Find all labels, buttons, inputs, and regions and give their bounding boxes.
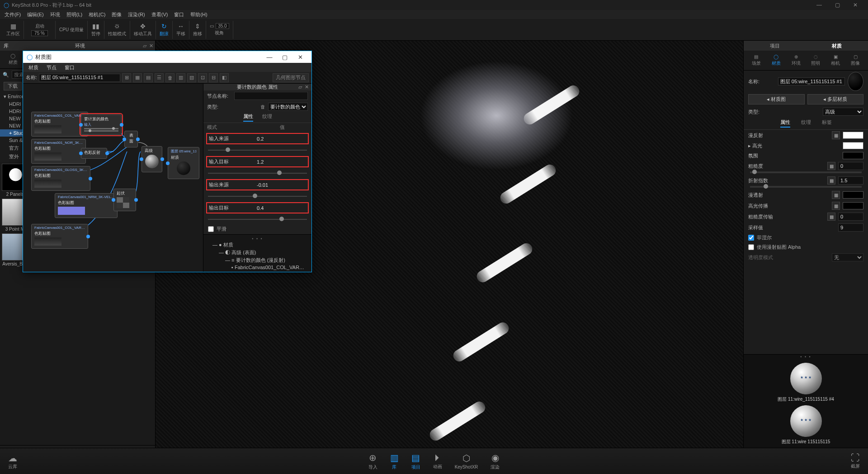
- graph-node-texture[interactable]: FabricCanvas001_NOR_3K…色彩贴图: [31, 139, 86, 164]
- ambient-color[interactable]: [843, 152, 863, 159]
- dmenu-node[interactable]: 节点: [43, 63, 60, 72]
- multi-material-button[interactable]: ◂ 多层材质: [807, 94, 864, 104]
- popout-icon[interactable]: ▱: [143, 43, 146, 49]
- graph-node-surface[interactable]: 表面: [124, 131, 138, 147]
- menu-help[interactable]: 帮助(H): [188, 10, 210, 19]
- dialog-maximize[interactable]: ▢: [277, 54, 292, 61]
- node-graph-canvas[interactable]: FabricCanvas001_COL_VAR…色彩贴图 要计算的颜色输入 表面…: [23, 84, 203, 272]
- input-from-value[interactable]: [257, 136, 284, 142]
- ri-camera[interactable]: ▣相机: [831, 54, 840, 66]
- tb-move[interactable]: ✥移动工具: [130, 21, 156, 39]
- bb-anim[interactable]: ⏵动画: [433, 452, 442, 470]
- ri-material[interactable]: ◯材质: [772, 54, 781, 66]
- ri-light[interactable]: ◌照明: [811, 54, 820, 66]
- tool-icon[interactable]: ▦: [133, 73, 142, 82]
- dmenu-material[interactable]: 材质: [25, 63, 42, 72]
- output-to-value[interactable]: [257, 205, 284, 211]
- ri-scene[interactable]: ▤场景: [752, 54, 761, 66]
- close-icon[interactable]: ✕: [149, 43, 153, 49]
- menu-view[interactable]: 查看(V): [149, 10, 171, 19]
- menu-window[interactable]: 窗口: [171, 10, 187, 19]
- menu-file[interactable]: 文件(F): [2, 10, 24, 19]
- dialog-titlebar[interactable]: ◯ 材质图 — ▢ ✕: [23, 51, 311, 63]
- input-to-value[interactable]: [257, 159, 284, 165]
- tb-dolly[interactable]: ⇕推移: [189, 21, 206, 39]
- texture-icon[interactable]: ▦: [827, 162, 835, 170]
- bb-xr[interactable]: ⬡KeyShotXR: [455, 453, 478, 469]
- tab-material[interactable]: 材质: [806, 41, 868, 51]
- ri-image[interactable]: ▢图像: [851, 54, 860, 66]
- subtab-labels[interactable]: 标签: [822, 119, 832, 128]
- smooth-checkbox[interactable]: [208, 226, 214, 232]
- preview-ball-2[interactable]: [790, 405, 822, 437]
- tool-icon[interactable]: ☰: [155, 73, 164, 82]
- transp-color[interactable]: [843, 191, 863, 199]
- alpha-checkbox[interactable]: [748, 244, 754, 250]
- subtab-textures[interactable]: 纹理: [801, 119, 811, 128]
- node-type-select[interactable]: 要计数的颜色: [268, 103, 308, 111]
- tb-start[interactable]: 启动75 %: [24, 21, 56, 39]
- tree-node[interactable]: — ◐ 高级 (表面): [206, 249, 309, 256]
- proptab-texture[interactable]: 纹理: [262, 113, 272, 122]
- input-to-slider[interactable]: [208, 170, 307, 176]
- input-from-slider[interactable]: [208, 147, 307, 153]
- graph-node-color-invert[interactable]: 色彩反射: [81, 148, 107, 159]
- graph-node-texture[interactable]: FabricCanvas001_COL_VAR…色彩贴图: [31, 224, 88, 249]
- preview-ball[interactable]: [790, 363, 822, 394]
- ior-slider[interactable]: [750, 186, 862, 188]
- spec-color[interactable]: [843, 142, 863, 149]
- tb-tumble[interactable]: ↻翻滚: [156, 21, 173, 39]
- ri-env[interactable]: ⊕环境: [792, 54, 801, 66]
- texture-icon[interactable]: ▦: [827, 176, 835, 185]
- output-from-value[interactable]: [257, 182, 284, 188]
- tb-cpu[interactable]: CPU 使用量: [56, 21, 88, 39]
- bb-lib[interactable]: ▥库: [390, 452, 399, 470]
- menu-env[interactable]: 环境: [47, 10, 63, 19]
- graph-node-output[interactable]: 图层 05:wire_1151151…材质: [168, 147, 199, 179]
- cloud-library-button[interactable]: ☁云库: [8, 453, 17, 470]
- spectrans-color[interactable]: [843, 202, 863, 209]
- graph-node-texture[interactable]: FabricCanvas001_NRM_3K-VEL…色彩贴图: [55, 193, 118, 218]
- tree-node[interactable]: — ≡ 要计数的颜色 (漫反射): [206, 256, 309, 264]
- trash-icon[interactable]: 🗑: [260, 104, 265, 109]
- proptab-properties[interactable]: 属性: [243, 113, 253, 122]
- download-button[interactable]: 下载: [4, 82, 22, 90]
- diffuse-color[interactable]: [843, 132, 863, 139]
- tool-icon[interactable]: ⊟: [209, 73, 218, 82]
- rough-slider[interactable]: [750, 171, 862, 173]
- node-name-input[interactable]: [234, 92, 308, 100]
- close-icon[interactable]: ✕: [305, 84, 309, 90]
- material-preview-ball[interactable]: [848, 72, 863, 91]
- window-maximize[interactable]: ▢: [828, 2, 846, 8]
- ior-input[interactable]: [838, 176, 863, 185]
- roughtrans-input[interactable]: [838, 213, 863, 221]
- tb-pan[interactable]: ↔平移: [173, 21, 189, 39]
- tool-icon[interactable]: ⊞: [122, 73, 131, 82]
- tb-pause[interactable]: ▮▮暂停: [88, 21, 104, 39]
- material-type-select[interactable]: 高级: [823, 108, 863, 116]
- geometry-node-button[interactable]: 几何图形节点: [273, 73, 309, 82]
- texture-icon[interactable]: ▦: [832, 202, 840, 210]
- menu-light[interactable]: 照明(L): [64, 10, 85, 19]
- menu-render[interactable]: 渲染(R): [125, 10, 147, 19]
- trash-icon[interactable]: 🗑: [165, 73, 175, 82]
- window-close[interactable]: ✕: [846, 2, 864, 8]
- output-from-slider[interactable]: [208, 193, 307, 199]
- tool-icon[interactable]: ◧: [220, 73, 229, 82]
- graph-node-bump[interactable]: 起伏: [113, 189, 136, 211]
- rough-input[interactable]: [838, 162, 863, 170]
- bb-render[interactable]: ◉渲染: [491, 452, 500, 470]
- menu-image[interactable]: 图像: [109, 10, 124, 19]
- tree-node[interactable]: — ● 材质: [206, 241, 309, 249]
- output-to-slider[interactable]: [208, 216, 307, 223]
- material-name-input[interactable]: [778, 77, 845, 85]
- popout-icon[interactable]: ▱: [298, 84, 302, 90]
- tool-icon[interactable]: ▥: [176, 73, 185, 82]
- tb-perf[interactable]: ⛭性能模式: [104, 21, 130, 39]
- fresnel-checkbox[interactable]: [748, 235, 754, 241]
- fullscreen-button[interactable]: ⛶截屏: [851, 453, 860, 469]
- graph-node-advanced[interactable]: 高级: [142, 146, 162, 172]
- tool-icon[interactable]: ▧: [187, 73, 196, 82]
- texture-icon[interactable]: ▦: [827, 213, 835, 221]
- tb-workspace[interactable]: ▦工作区: [3, 21, 24, 39]
